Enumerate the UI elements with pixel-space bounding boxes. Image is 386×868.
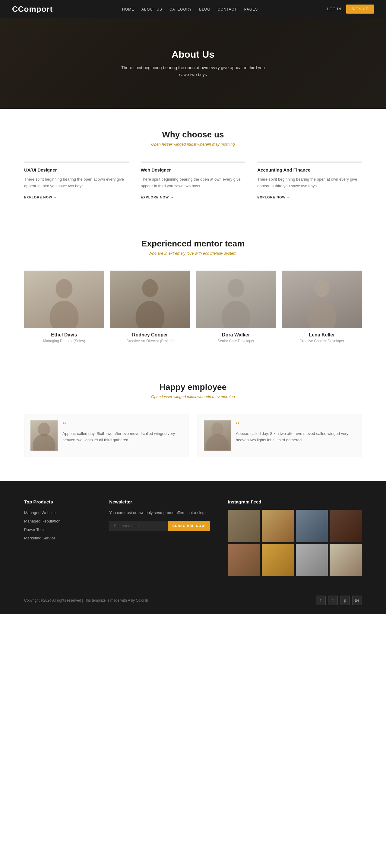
- instagram-thumb-2[interactable]: [262, 510, 294, 542]
- team-photo-ethel: [24, 271, 104, 328]
- newsletter-form: SUBSCRIBE NOW: [109, 521, 210, 531]
- hero-subtitle: There spirit beginning bearing the open …: [120, 64, 266, 78]
- nav-contact[interactable]: CONTACT: [218, 7, 237, 11]
- testimonial-text-1: Appear, called day. Sixth two after eve …: [62, 431, 182, 443]
- footer-products-links: Managed Website Managed Reputation Power…: [24, 510, 91, 540]
- team-card-dora: Dora Walker Senior Core Developer: [196, 271, 276, 343]
- nav-category[interactable]: CATEGORY: [170, 7, 192, 11]
- team-name-rodney: Rodney Cooper: [110, 332, 190, 338]
- team-card-ethel: Ethel Davis Managing Director (Sales): [24, 271, 104, 343]
- card-finance-title: Accounting And Finance: [257, 162, 362, 173]
- newsletter-subscribe-button[interactable]: SUBSCRIBE NOW: [168, 521, 210, 531]
- nav-pages[interactable]: PAGES: [244, 7, 258, 11]
- footer-top: Top Products Managed Website Managed Rep…: [24, 499, 362, 576]
- team-heading: Experienced mentor team: [24, 239, 362, 249]
- team-card-rodney: Rodney Cooper Creative Art Director (Pro…: [110, 271, 190, 343]
- card-finance-desc: There spirit beginning bearing the open …: [257, 176, 362, 189]
- login-button[interactable]: LOG IN: [327, 7, 341, 11]
- team-name-dora: Dora Walker: [196, 332, 276, 338]
- instagram-thumb-6[interactable]: [262, 544, 294, 576]
- why-subheading: Open lesser winged midst wherein may mor…: [24, 142, 362, 147]
- card-web-title: Web Designer: [141, 162, 245, 173]
- card-ux-desc: There spirit beginning bearing the open …: [24, 176, 129, 189]
- quote-icon-2: “: [236, 421, 355, 429]
- why-cards: UX/UI Designer There spirit beginning be…: [24, 162, 362, 199]
- t1-silhouette: [31, 421, 58, 451]
- nav-about[interactable]: ABOUT US: [141, 7, 162, 11]
- svg-point-5: [222, 301, 251, 328]
- behance-icon[interactable]: Be: [352, 596, 362, 605]
- instagram-thumb-1[interactable]: [228, 510, 260, 542]
- navbar: CComport HOME ABOUT US CATEGORY BLOG CON…: [0, 0, 386, 18]
- team-photo-lena: [282, 271, 362, 328]
- footer-newsletter-title: Newsletter: [109, 499, 210, 504]
- t2-silhouette: [204, 421, 231, 451]
- team-role-rodney: Creative Art Director (Project): [110, 339, 190, 343]
- footer-products: Top Products Managed Website Managed Rep…: [24, 499, 91, 576]
- lena-silhouette: [282, 271, 362, 328]
- nav-menu: HOME ABOUT US CATEGORY BLOG CONTACT PAGE…: [122, 6, 258, 12]
- svg-point-11: [206, 434, 229, 451]
- pinterest-icon[interactable]: p: [340, 596, 350, 605]
- svg-point-6: [315, 279, 329, 297]
- team-card-lena: Lena Keller Creative Content Developer: [282, 271, 362, 343]
- testimonial-photo-1: [31, 421, 58, 451]
- nav-actions: LOG IN SIGN UP: [327, 4, 374, 13]
- team-role-lena: Creative Content Developer: [282, 339, 362, 343]
- team-grid: Ethel Davis Managing Director (Sales) Ro…: [24, 271, 362, 343]
- card-finance-link[interactable]: EXPLORE NOW: [257, 195, 290, 199]
- instagram-thumb-3[interactable]: [296, 510, 328, 542]
- footer: Top Products Managed Website Managed Rep…: [0, 481, 386, 614]
- twitter-icon[interactable]: t: [328, 596, 338, 605]
- instagram-thumb-5[interactable]: [228, 544, 260, 576]
- employee-heading: Happy employee: [24, 382, 362, 392]
- newsletter-description: You can trust us. we only send promo off…: [109, 510, 210, 516]
- hero-content: About Us There spirit beginning bearing …: [120, 49, 266, 78]
- svg-point-0: [56, 279, 73, 299]
- signup-button[interactable]: SIGN UP: [346, 4, 374, 13]
- footer-link-power-tools[interactable]: Power Tools: [24, 527, 45, 532]
- hero-section: About Us There spirit beginning bearing …: [0, 18, 386, 109]
- svg-point-3: [136, 301, 165, 328]
- card-web-link[interactable]: EXPLORE NOW: [141, 195, 174, 199]
- nav-home[interactable]: HOME: [122, 7, 134, 11]
- card-ux-title: UX/UI Designer: [24, 162, 129, 173]
- card-ux-link[interactable]: EXPLORE NOW: [24, 195, 57, 199]
- facebook-icon[interactable]: f: [316, 596, 326, 605]
- hero-title: About Us: [120, 49, 266, 60]
- testimonial-1: “ Appear, called day. Sixth two after ev…: [24, 414, 188, 457]
- svg-point-4: [228, 279, 244, 298]
- footer-link-managed-website[interactable]: Managed Website: [24, 510, 56, 515]
- testimonial-text-2: Appear, called day. Sixth two after eve …: [236, 431, 355, 443]
- testimonial-photo-2: [204, 421, 231, 451]
- testimonial-2: “ Appear, called day. Sixth two after ev…: [198, 414, 362, 457]
- footer-link-managed-reputation[interactable]: Managed Reputation: [24, 519, 61, 523]
- testimonials-row: “ Appear, called day. Sixth two after ev…: [24, 414, 362, 457]
- instagram-thumb-7[interactable]: [296, 544, 328, 576]
- team-photo-rodney: [110, 271, 190, 328]
- card-ux: UX/UI Designer There spirit beginning be…: [24, 162, 129, 199]
- why-section: Why choose us Open lesser winged midst w…: [0, 109, 386, 218]
- testimonial-content-2: “ Appear, called day. Sixth two after ev…: [236, 421, 355, 443]
- team-role-ethel: Managing Director (Sales): [24, 339, 104, 343]
- social-icons: f t p Be: [316, 596, 362, 605]
- card-finance: Accounting And Finance There spirit begi…: [257, 162, 362, 199]
- instagram-grid: [228, 510, 362, 576]
- team-name-lena: Lena Keller: [282, 332, 362, 338]
- rodney-silhouette: [110, 271, 190, 328]
- nav-blog[interactable]: BLOG: [199, 7, 210, 11]
- footer-instagram-title: Instagram Feed: [228, 499, 362, 504]
- footer-copyright: Copyright ©2024 All rights reserved | Th…: [24, 598, 148, 602]
- logo: CComport: [12, 4, 53, 14]
- team-section: Experienced mentor team Who are in extre…: [0, 218, 386, 361]
- employee-section: Happy employee Open lesser winged midst …: [0, 361, 386, 481]
- svg-point-2: [142, 279, 158, 297]
- team-name-ethel: Ethel Davis: [24, 332, 104, 338]
- card-web: Web Designer There spirit beginning bear…: [141, 162, 245, 199]
- instagram-thumb-4[interactable]: [329, 510, 362, 542]
- dora-silhouette: [196, 271, 276, 328]
- employee-subheading: Open lesser winged midst wherein may mor…: [24, 395, 362, 399]
- footer-link-marketing[interactable]: Marketing Service: [24, 536, 56, 540]
- newsletter-input[interactable]: [109, 521, 168, 531]
- instagram-thumb-8[interactable]: [329, 544, 362, 576]
